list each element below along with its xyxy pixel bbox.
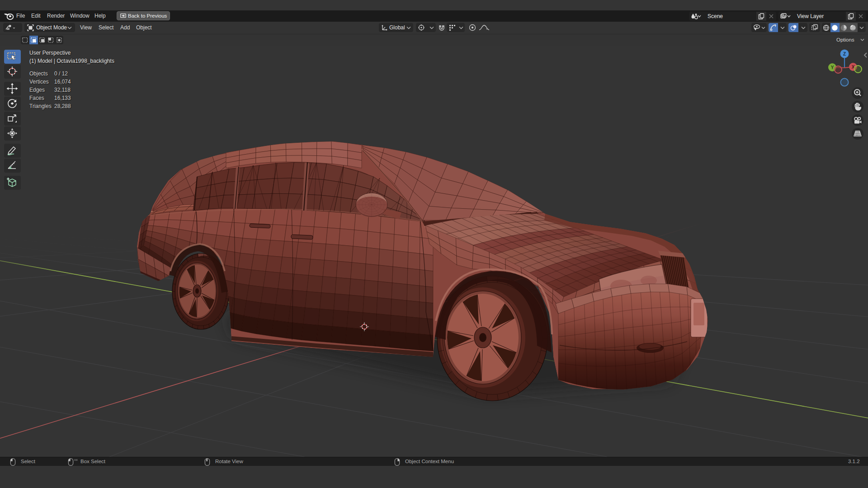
svg-text:Z: Z — [843, 52, 846, 56]
svg-text:Y: Y — [831, 65, 834, 70]
